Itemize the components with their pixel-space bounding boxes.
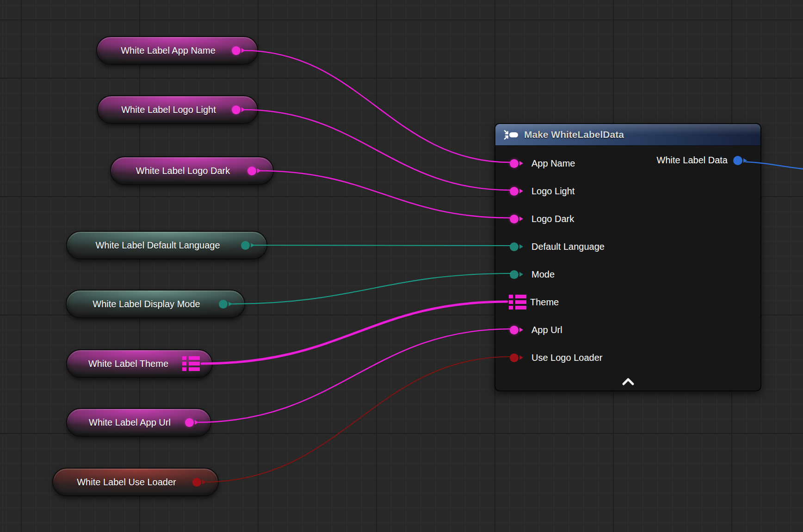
pin-label: Mode xyxy=(531,269,555,280)
collapse-node-button[interactable] xyxy=(495,377,760,386)
node-white-label-logo-dark[interactable]: White Label Logo Dark xyxy=(110,156,274,185)
chevron-up-icon xyxy=(621,377,635,386)
input-pin-language[interactable] xyxy=(510,242,524,251)
node-title: White Label Use Loader xyxy=(61,477,192,488)
wire-app-url[interactable] xyxy=(196,329,511,422)
node-white-label-app-url[interactable]: White Label App Url xyxy=(66,408,211,437)
wire-logo-dark[interactable] xyxy=(258,171,511,218)
pin-label: Use Logo Loader xyxy=(531,353,602,363)
pin-label: App Url xyxy=(531,325,562,335)
node-white-label-theme[interactable]: White Label Theme xyxy=(66,349,213,378)
pin-row-logo-dark: Logo Dark xyxy=(495,205,760,233)
input-pin-string[interactable] xyxy=(510,159,524,168)
node-title: White Label Display Mode xyxy=(74,299,219,309)
node-white-label-app-name[interactable]: White Label App Name xyxy=(96,36,258,65)
node-title: Make WhiteLabelData xyxy=(524,129,624,140)
pin-label: Logo Dark xyxy=(531,214,574,224)
wire-logo-light[interactable] xyxy=(242,110,511,190)
output-pin-struct[interactable] xyxy=(733,156,748,165)
input-pin-string[interactable] xyxy=(510,187,524,196)
input-pin-language[interactable] xyxy=(510,270,524,279)
pin-row-app-url: App Url xyxy=(495,316,760,344)
node-white-label-use-loader[interactable]: White Label Use Loader xyxy=(52,468,219,496)
node-make-whitelabeldata[interactable]: Make WhiteLabelData App Name Logo Light … xyxy=(494,123,761,391)
wire-default-language[interactable] xyxy=(252,245,511,246)
node-title: White Label App Name xyxy=(105,45,232,56)
blueprint-canvas[interactable]: White Label App Name White Label Logo Li… xyxy=(0,0,803,532)
input-pin-string[interactable] xyxy=(510,215,524,223)
wire-app-name[interactable] xyxy=(242,50,511,162)
output-pin-string[interactable] xyxy=(232,46,246,55)
output-pin-string[interactable] xyxy=(247,167,262,175)
pin-label: App Name xyxy=(531,158,575,169)
output-pin-string[interactable] xyxy=(232,105,246,114)
node-title: White Label Theme xyxy=(74,359,182,369)
pin-label: Default Language xyxy=(531,241,605,252)
node-header[interactable]: Make WhiteLabelData xyxy=(495,124,760,146)
node-white-label-logo-light[interactable]: White Label Logo Light xyxy=(97,95,258,124)
node-title: White Label Default Language xyxy=(74,240,241,251)
output-pin-language[interactable] xyxy=(241,241,255,250)
pin-label: Theme xyxy=(530,297,559,308)
node-white-label-display-mode[interactable]: White Label Display Mode xyxy=(66,290,245,318)
make-struct-icon xyxy=(504,129,519,141)
pin-row-theme: Theme xyxy=(495,288,760,316)
wire-use-loader[interactable] xyxy=(203,357,511,482)
node-title: White Label Logo Light xyxy=(105,105,232,115)
node-title: White Label Logo Dark xyxy=(118,166,247,176)
node-white-label-default-language[interactable]: White Label Default Language xyxy=(66,231,267,260)
pin-label: Logo Light xyxy=(531,186,574,197)
output-pin-struct-theme-icon[interactable] xyxy=(182,356,200,371)
pin-row-white-label-data: White Label Data xyxy=(657,155,748,166)
wire-theme[interactable] xyxy=(202,302,507,364)
output-pin-language[interactable] xyxy=(219,300,233,309)
input-pin-string[interactable] xyxy=(510,326,524,334)
input-pin-struct-theme-icon[interactable] xyxy=(509,295,526,309)
pin-row-mode: Mode xyxy=(495,260,760,288)
pin-label: White Label Data xyxy=(657,155,728,166)
pin-row-logo-light: Logo Light xyxy=(495,177,760,205)
output-pin-bool[interactable] xyxy=(192,478,207,487)
node-title: White Label App Url xyxy=(74,417,185,428)
pin-row-default-language: Default Language xyxy=(495,233,760,260)
pin-row-use-logo-loader: Use Logo Loader xyxy=(495,344,760,371)
input-pin-bool[interactable] xyxy=(510,353,524,362)
output-pin-string[interactable] xyxy=(185,418,199,427)
wire-display-mode[interactable] xyxy=(229,273,511,304)
